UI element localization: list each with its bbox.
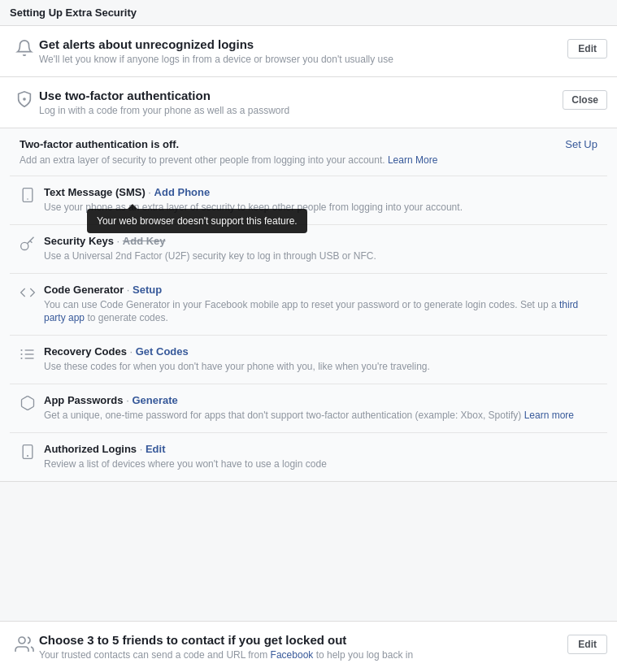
security-keys-title: Security Keys · Add Key xyxy=(44,235,597,247)
tfa-status-text: Two-factor authentication is off. xyxy=(20,138,179,150)
alerts-content: Get alerts about unrecognized logins We'… xyxy=(39,37,559,65)
app-passwords-generate-link[interactable]: Generate xyxy=(132,394,177,406)
trusted-contacts-description: Your trusted contacts can send a code an… xyxy=(39,649,559,661)
app-passwords-icon xyxy=(20,394,44,414)
trusted-contacts-facebook-link[interactable]: Facebook xyxy=(271,649,314,661)
alerts-edit-button[interactable]: Edit xyxy=(567,39,607,59)
svg-point-0 xyxy=(23,98,26,101)
tfa-items-list: Text Message (SMS) · Add Phone Use your … xyxy=(10,176,607,481)
tfa-status-row: Two-factor authentication is off. Set Up xyxy=(10,128,607,150)
app-passwords-description: Get a unique, one-time password for apps… xyxy=(44,409,597,423)
shield-icon xyxy=(10,89,39,108)
tfa-item-code-generator: Code Generator · Setup You can use Code … xyxy=(10,273,607,336)
trusted-contacts-content: Choose 3 to 5 friends to contact if you … xyxy=(39,633,559,661)
tfa-item-authorized-logins: Authorized Logins · Edit Review a list o… xyxy=(10,432,607,481)
sms-content: Text Message (SMS) · Add Phone Use your … xyxy=(44,186,597,215)
authorized-logins-icon xyxy=(20,443,44,463)
svg-point-3 xyxy=(21,242,28,249)
trusted-contacts-action: Edit xyxy=(567,633,607,654)
app-passwords-content: App Passwords · Generate Get a unique, o… xyxy=(44,394,597,423)
two-factor-content: Use two-factor authentication Log in wit… xyxy=(39,89,554,116)
tfa-item-app-passwords: App Passwords · Generate Get a unique, o… xyxy=(10,384,607,432)
trusted-contacts-edit-button[interactable]: Edit xyxy=(567,635,607,654)
bell-icon xyxy=(10,37,39,57)
sms-add-phone-link[interactable]: Add Phone xyxy=(154,186,211,198)
sms-description: Use your phone as an extra layer of secu… xyxy=(44,201,597,215)
app-passwords-learn-more-link[interactable]: Learn more xyxy=(524,410,574,421)
tfa-body-text: Add an extra layer of security to preven… xyxy=(10,150,607,176)
code-generator-icon xyxy=(20,284,44,304)
two-factor-expanded: Two-factor authentication is off. Set Up… xyxy=(0,128,617,482)
alerts-title: Get alerts about unrecognized logins xyxy=(39,37,559,51)
two-factor-close-button[interactable]: Close xyxy=(563,90,607,110)
svg-point-12 xyxy=(19,637,25,644)
authorized-logins-title: Authorized Logins · Edit xyxy=(44,443,597,455)
trusted-contacts-section: Choose 3 to 5 friends to contact if you … xyxy=(0,621,617,672)
alerts-action: Edit xyxy=(567,37,607,59)
code-generator-content: Code Generator · Setup You can use Code … xyxy=(44,284,597,326)
recovery-codes-description: Use these codes for when you don't have … xyxy=(44,360,597,374)
tfa-item-sms: Text Message (SMS) · Add Phone Use your … xyxy=(10,176,607,224)
app-passwords-title: App Passwords · Generate xyxy=(44,394,597,406)
authorized-logins-content: Authorized Logins · Edit Review a list o… xyxy=(44,443,597,471)
authorized-logins-description: Review a list of devices where you won't… xyxy=(44,457,597,471)
alerts-description: We'll let you know if anyone logs in fro… xyxy=(39,54,559,65)
recovery-codes-title: Recovery Codes · Get Codes xyxy=(44,345,597,358)
security-keys-content: Security Keys · Add Key Use a Universal … xyxy=(44,235,597,263)
security-keys-description: Use a Universal 2nd Factor (U2F) securit… xyxy=(44,249,597,263)
tfa-item-recovery-codes: Recovery Codes · Get Codes Use these cod… xyxy=(10,335,607,384)
code-generator-title: Code Generator · Setup xyxy=(44,284,597,296)
two-factor-action: Close xyxy=(563,89,607,110)
key-icon xyxy=(20,235,44,255)
sms-title: Text Message (SMS) · Add Phone xyxy=(44,186,597,198)
page-title: Setting Up Extra Security xyxy=(0,0,617,26)
two-factor-header: Use two-factor authentication Log in wit… xyxy=(0,77,617,128)
recovery-codes-content: Recovery Codes · Get Codes Use these cod… xyxy=(44,345,597,374)
authorized-logins-edit-link[interactable]: Edit xyxy=(146,443,166,455)
security-keys-add-link[interactable]: Add Key xyxy=(123,235,166,247)
code-generator-setup-link[interactable]: Setup xyxy=(133,284,162,296)
alerts-section: Get alerts about unrecognized logins We'… xyxy=(0,26,617,77)
recovery-codes-get-link[interactable]: Get Codes xyxy=(136,345,189,358)
sms-icon xyxy=(20,186,44,206)
tfa-learn-more-link[interactable]: Learn More xyxy=(388,154,437,166)
code-generator-description: You can use Code Generator in your Faceb… xyxy=(44,298,597,326)
two-factor-title: Use two-factor authentication xyxy=(39,89,554,102)
recovery-codes-icon xyxy=(20,345,44,366)
tfa-item-security-keys: Security Keys · Add Key Use a Universal … xyxy=(10,224,607,273)
two-factor-description: Log in with a code from your phone as we… xyxy=(39,105,554,116)
trusted-contacts-title: Choose 3 to 5 friends to contact if you … xyxy=(39,633,559,647)
tfa-setup-link[interactable]: Set Up xyxy=(565,138,597,150)
third-party-app-link[interactable]: third party app xyxy=(44,299,578,324)
content-spacer xyxy=(0,482,617,621)
trusted-contacts-icon xyxy=(10,633,39,654)
